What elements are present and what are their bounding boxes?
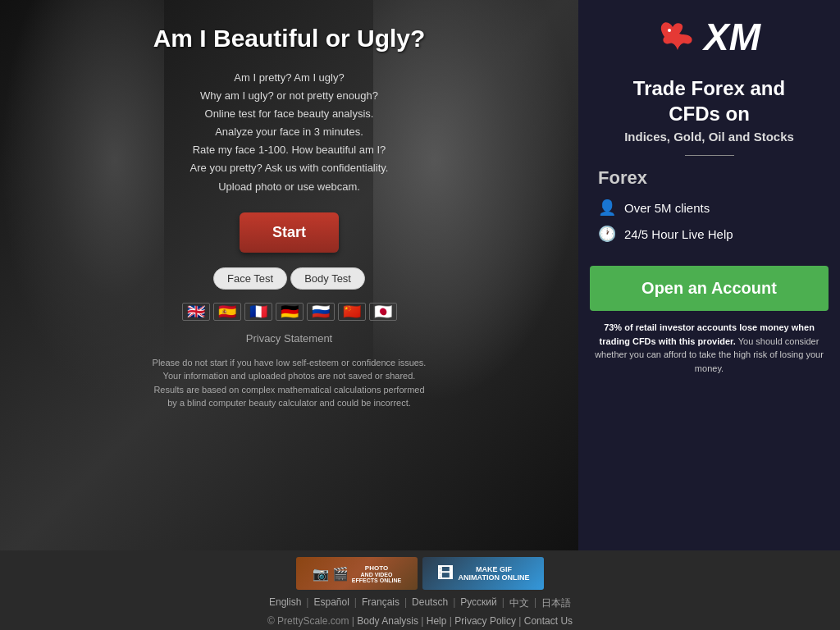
desc-line1: Am I pretty? Am I ugly? <box>234 71 344 84</box>
banner1-line2: AND VIDEO <box>352 572 401 578</box>
banner1-line3: EFFECTS ONLINE <box>352 578 401 583</box>
photo-effects-banner[interactable]: 📷 🎬 PHOTO AND VIDEO EFFECTS ONLINE <box>296 557 418 590</box>
language-links: English | Español | Français | Deutsch |… <box>0 596 840 610</box>
feature-support: 🕐 24/5 Hour Live Help <box>598 225 820 243</box>
feature-support-text: 24/5 Hour Live Help <box>624 227 733 241</box>
feature-clients-text: Over 5M clients <box>624 201 710 215</box>
uk-flag[interactable]: 🇬🇧 <box>182 303 210 321</box>
desc-line7: Upload photo or use webcam. <box>218 180 360 193</box>
germany-flag[interactable]: 🇩🇪 <box>276 303 304 321</box>
page-title: Am I Beautiful or Ugly? <box>16 25 562 52</box>
main-description: Am I pretty? Am I ugly? Why am I ugly? o… <box>16 69 562 196</box>
video-icon: 🎬 <box>332 566 349 582</box>
lang-chinese[interactable]: 中文 <box>509 596 529 610</box>
language-flags: 🇬🇧 🇪🇸 🇫🇷 🇩🇪 🇷🇺 🇨🇳 🇯🇵 <box>16 303 562 321</box>
lang-english[interactable]: English <box>269 596 301 610</box>
main-content: Am I Beautiful or Ugly? Am I pretty? Am … <box>0 0 578 550</box>
desc-line2: Why am I ugly? or not pretty enough? <box>200 89 378 102</box>
face-test-button[interactable]: Face Test <box>213 267 287 290</box>
main-inner: Am I Beautiful or Ugly? Am I pretty? Am … <box>0 0 578 427</box>
lang-espanol[interactable]: Español <box>313 596 349 610</box>
svg-point-0 <box>668 29 671 32</box>
desc-line6: Are you pretty? Ask us with confidential… <box>190 162 389 174</box>
xm-logo: XM <box>658 18 760 56</box>
start-button[interactable]: Start <box>240 212 339 253</box>
lang-deutsch[interactable]: Deutsch <box>412 596 448 610</box>
xm-logo-text: XM <box>704 18 760 56</box>
xm-ad-headline-1: Trade Forex and CFDs on <box>633 75 785 126</box>
gif-text: MAKE GIFANIMATION ONLINE <box>459 565 530 582</box>
sep2: | <box>354 596 357 610</box>
xm-ad-panel: XM Trade Forex and CFDs on Indices, Gold… <box>578 0 840 550</box>
top-section: Am I Beautiful or Ugly? Am I pretty? Am … <box>0 0 840 550</box>
banner1-icons: 📷 🎬 <box>313 566 349 582</box>
gif-icon: 🎞 <box>437 564 454 583</box>
russia-flag[interactable]: 🇷🇺 <box>307 303 335 321</box>
lang-russian[interactable]: Русский <box>460 596 497 610</box>
contact-us-link[interactable]: Contact Us <box>524 615 573 627</box>
xm-headline-line1: Trade Forex and <box>633 77 785 99</box>
spain-flag[interactable]: 🇪🇸 <box>213 303 241 321</box>
france-flag[interactable]: 🇫🇷 <box>244 303 272 321</box>
japan-flag[interactable]: 🇯🇵 <box>369 303 397 321</box>
disclaimer-text: Please do not start if you have low self… <box>150 356 429 410</box>
forex-label: Forex <box>590 167 647 189</box>
ad-divider <box>685 155 734 156</box>
feature-clients: 👤 Over 5M clients <box>598 199 820 217</box>
china-flag[interactable]: 🇨🇳 <box>338 303 366 321</box>
risk-warning: 73% of retail investor accounts lose mon… <box>590 321 829 375</box>
test-buttons: Face Test Body Test <box>16 267 562 290</box>
sep3: | <box>404 596 407 610</box>
risk-warning-bold: 73% of retail investor accounts lose mon… <box>600 322 815 346</box>
page-wrapper: Am I Beautiful or Ugly? Am I pretty? Am … <box>0 0 840 630</box>
help-link[interactable]: Help <box>427 615 447 627</box>
sep5: | <box>502 596 504 610</box>
copyright-text: © PrettyScale.com <box>267 615 349 627</box>
desc-line5: Rate my face 1-100. How beautiful am I? <box>193 144 386 156</box>
sep4: | <box>453 596 455 610</box>
privacy-statement-link[interactable]: Privacy Statement <box>16 332 562 345</box>
sep1: | <box>306 596 308 610</box>
ad-features: 👤 Over 5M clients 🕐 24/5 Hour Live Help <box>590 199 829 251</box>
footer-banners: 📷 🎬 PHOTO AND VIDEO EFFECTS ONLINE 🎞 MAK… <box>0 557 840 590</box>
camera-icon: 📷 <box>313 566 329 582</box>
lang-japanese[interactable]: 日本語 <box>541 596 571 610</box>
footer: 📷 🎬 PHOTO AND VIDEO EFFECTS ONLINE 🎞 MAK… <box>0 550 840 630</box>
body-test-button[interactable]: Body Test <box>290 267 365 290</box>
sep6: | <box>534 596 536 610</box>
clock-icon: 🕐 <box>598 225 616 243</box>
body-analysis-link[interactable]: Body Analysis <box>357 615 418 627</box>
gif-animation-banner[interactable]: 🎞 MAKE GIFANIMATION ONLINE <box>422 557 544 590</box>
xm-bull-icon <box>658 21 697 53</box>
footer-copyright: © PrettyScale.com | Body Analysis | Help… <box>0 615 840 627</box>
desc-line3: Online test for face beauty analysis. <box>205 107 374 120</box>
privacy-policy-link[interactable]: Privacy Policy <box>454 615 516 627</box>
open-account-button[interactable]: Open an Account <box>590 266 829 311</box>
banner1-line1: PHOTO <box>352 564 401 572</box>
desc-line4: Analyze your face in 3 minutes. <box>215 126 363 138</box>
xm-headline-line2: CFDs on <box>669 103 750 125</box>
xm-ad-subheadline: Indices, Gold, Oil and Stocks <box>624 130 794 144</box>
lang-francais[interactable]: Français <box>362 596 399 610</box>
person-icon: 👤 <box>598 199 616 217</box>
banner1-text: PHOTO AND VIDEO EFFECTS ONLINE <box>352 564 401 583</box>
